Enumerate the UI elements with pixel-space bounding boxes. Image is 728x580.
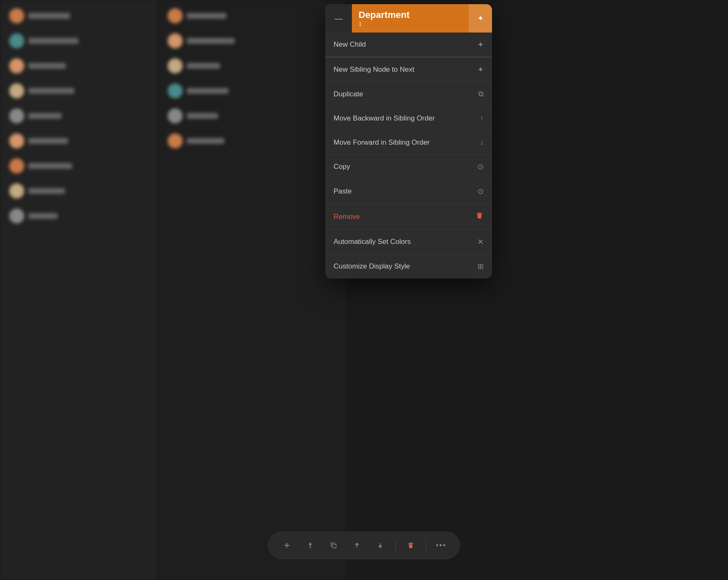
move-backward-icon: ↑ bbox=[480, 114, 484, 123]
avatar bbox=[9, 158, 24, 173]
item-text bbox=[187, 63, 220, 69]
list-item bbox=[4, 4, 154, 28]
header-icon-symbol: — bbox=[334, 14, 343, 23]
menu-item-auto-colors[interactable]: Automatically Set Colors ✕ bbox=[325, 230, 492, 254]
menu-item-new-child[interactable]: New Child ✦ bbox=[325, 33, 492, 58]
menu-item-copy[interactable]: Copy ⊙ bbox=[325, 155, 492, 179]
remove-icon bbox=[475, 211, 484, 222]
list-item bbox=[163, 4, 342, 28]
paste-icon: ⊙ bbox=[477, 187, 484, 196]
item-text bbox=[28, 88, 74, 94]
new-sibling-icon: ✦ bbox=[477, 65, 484, 74]
menu-header-icon: — bbox=[325, 4, 352, 33]
menu-header-info: Department 1 bbox=[352, 10, 469, 27]
menu-item-customize-label: Customize Display Style bbox=[334, 262, 410, 271]
item-text bbox=[187, 13, 226, 19]
svg-rect-1 bbox=[477, 213, 482, 214]
avatar bbox=[9, 208, 24, 223]
menu-item-move-forward-label: Move Forward in Sibling Order bbox=[334, 138, 430, 147]
bottom-toolbar: ••• bbox=[268, 532, 460, 559]
avatar bbox=[9, 183, 24, 198]
menu-item-move-backward[interactable]: Move Backward in Sibling Order ↑ bbox=[325, 106, 492, 131]
list-item bbox=[163, 79, 342, 103]
list-item bbox=[4, 129, 154, 153]
item-text bbox=[28, 188, 65, 194]
svg-point-4 bbox=[286, 545, 287, 546]
list-item bbox=[4, 54, 154, 78]
menu-item-paste-label: Paste bbox=[334, 187, 351, 196]
menu-header-title: Department bbox=[359, 10, 462, 20]
toolbar-move-fwd-button[interactable] bbox=[372, 537, 389, 554]
toolbar-more-button[interactable]: ••• bbox=[433, 537, 449, 554]
item-text bbox=[28, 38, 78, 44]
list-item bbox=[4, 104, 154, 128]
toolbar-divider bbox=[395, 539, 396, 552]
menu-item-paste[interactable]: Paste ⊙ bbox=[325, 179, 492, 204]
svg-rect-11 bbox=[409, 542, 412, 543]
menu-item-remove[interactable]: Remove bbox=[325, 204, 492, 230]
menu-item-remove-label: Remove bbox=[334, 213, 360, 221]
item-text bbox=[187, 88, 228, 94]
list-item bbox=[4, 154, 154, 178]
menu-item-new-sibling[interactable]: New Sibling Node to Next ✦ bbox=[325, 58, 492, 82]
context-menu: — Department 1 ✦ New Child ✦ New Sibling… bbox=[325, 4, 492, 279]
duplicate-icon: ⧉ bbox=[478, 90, 484, 98]
move-forward-icon: ↓ bbox=[480, 138, 484, 147]
copy-icon: ⊙ bbox=[477, 162, 484, 171]
avatar bbox=[168, 33, 183, 48]
customize-icon: ⊞ bbox=[477, 262, 484, 271]
toolbar-move-back-button[interactable] bbox=[349, 537, 365, 554]
menu-item-duplicate[interactable]: Duplicate ⧉ bbox=[325, 82, 492, 106]
list-item bbox=[163, 29, 342, 53]
avatar bbox=[168, 8, 183, 23]
middle-panel-list bbox=[158, 0, 346, 580]
toolbar-divider-2 bbox=[426, 539, 426, 552]
avatar bbox=[9, 33, 24, 48]
avatar bbox=[9, 8, 24, 23]
menu-item-new-child-label: New Child bbox=[334, 40, 366, 49]
svg-rect-12 bbox=[408, 543, 414, 544]
avatar bbox=[9, 108, 24, 123]
menu-item-customize-display[interactable]: Customize Display Style ⊞ bbox=[325, 254, 492, 279]
item-text bbox=[187, 113, 218, 119]
list-item bbox=[4, 179, 154, 203]
new-child-icon: ✦ bbox=[477, 40, 484, 49]
menu-item-new-sibling-label: New Sibling Node to Next bbox=[334, 65, 414, 74]
item-text bbox=[28, 113, 62, 119]
list-item bbox=[4, 29, 154, 53]
avatar bbox=[168, 133, 183, 148]
list-item bbox=[163, 129, 342, 153]
avatar bbox=[9, 58, 24, 73]
item-text bbox=[28, 63, 66, 69]
header-action-icon: ✦ bbox=[477, 14, 484, 23]
item-text bbox=[187, 38, 235, 44]
auto-colors-icon: ✕ bbox=[477, 237, 484, 246]
menu-header: — Department 1 ✦ bbox=[325, 4, 492, 33]
toolbar-add-button[interactable] bbox=[279, 537, 295, 554]
item-text bbox=[187, 138, 224, 144]
item-text bbox=[28, 138, 68, 144]
menu-item-auto-colors-label: Automatically Set Colors bbox=[334, 238, 411, 246]
avatar bbox=[9, 83, 24, 98]
item-text bbox=[28, 13, 70, 19]
menu-header-action-button[interactable]: ✦ bbox=[469, 4, 492, 33]
avatar bbox=[168, 58, 183, 73]
list-item bbox=[4, 204, 154, 228]
avatar bbox=[168, 108, 183, 123]
svg-rect-8 bbox=[332, 544, 336, 548]
menu-item-move-backward-label: Move Backward in Sibling Order bbox=[334, 114, 435, 123]
menu-header-subtitle: 1 bbox=[359, 20, 462, 27]
list-item bbox=[163, 54, 342, 78]
toolbar-copy-button[interactable] bbox=[325, 537, 342, 554]
menu-item-move-forward[interactable]: Move Forward in Sibling Order ↓ bbox=[325, 131, 492, 155]
toolbar-add-child-button[interactable] bbox=[302, 537, 319, 554]
item-text bbox=[28, 213, 58, 219]
svg-rect-0 bbox=[478, 213, 481, 213]
menu-item-copy-label: Copy bbox=[334, 163, 350, 171]
menu-item-duplicate-label: Duplicate bbox=[334, 90, 363, 98]
left-panel-list bbox=[0, 0, 158, 580]
list-item bbox=[163, 104, 342, 128]
list-item bbox=[4, 79, 154, 103]
toolbar-remove-button[interactable] bbox=[402, 537, 419, 554]
avatar bbox=[168, 83, 183, 98]
